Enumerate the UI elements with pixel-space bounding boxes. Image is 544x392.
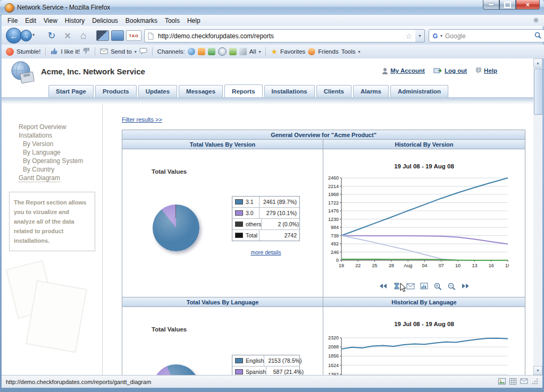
all-dropdown[interactable]: All: [249, 48, 256, 55]
mail-status-icon[interactable]: [520, 378, 528, 385]
titlebar[interactable]: Network Service - Mozilla Firefox ×: [0, 0, 544, 15]
tab-messages[interactable]: Messages: [179, 85, 223, 97]
money-channel-icon[interactable]: [229, 48, 237, 55]
menu-bar: File Edit View History Delicious Bookmar…: [2, 15, 544, 27]
url-input[interactable]: [157, 32, 405, 40]
sidebar-item-gantt-diagram[interactable]: Gantt Diagram: [19, 175, 60, 182]
favorites-button[interactable]: Favorites: [280, 48, 305, 55]
menu-help[interactable]: Help: [183, 16, 204, 25]
scroll-up-button[interactable]: ▲: [533, 58, 542, 67]
svg-text:1624: 1624: [328, 363, 339, 368]
menu-view[interactable]: View: [40, 16, 61, 25]
sidebar-item-by-operating-system[interactable]: By Operating System: [23, 158, 102, 165]
tab-alarms[interactable]: Alarms: [353, 85, 389, 97]
menu-history[interactable]: History: [61, 16, 88, 25]
friends-icon[interactable]: [308, 48, 315, 55]
speech-bubble-icon[interactable]: [139, 48, 147, 56]
tab-reports[interactable]: Reports: [224, 84, 262, 97]
tab-start-page[interactable]: Start Page: [48, 85, 94, 97]
sidebar-item-by-language[interactable]: By Language: [23, 149, 102, 156]
addon-thumbnail-icon-1[interactable]: [96, 30, 109, 41]
bar-chart-icon[interactable]: [420, 282, 429, 290]
close-button[interactable]: ×: [516, 0, 540, 10]
people-channel-icon[interactable]: [198, 48, 205, 55]
scrollbar-thumb[interactable]: [534, 69, 543, 115]
stumbleupon-toolbar: Stumble! I like it! Send to ▾ Channels: …: [2, 45, 544, 59]
help-link[interactable]: i Help: [475, 67, 497, 74]
menu-delicious[interactable]: Delicious: [88, 16, 122, 25]
paperclip-icon[interactable]: [239, 48, 247, 55]
addon-sparkle-icon[interactable]: [533, 16, 539, 25]
tools-dropdown-icon[interactable]: ▾: [358, 49, 361, 54]
favorites-star-icon[interactable]: ★: [271, 48, 278, 55]
url-dropdown-button[interactable]: ▾: [415, 29, 425, 42]
tab-administration[interactable]: Administration: [390, 85, 448, 97]
resize-grip[interactable]: [532, 378, 538, 386]
versions-pie-chart: [153, 204, 199, 251]
export-mail-icon[interactable]: [406, 282, 415, 290]
reload-icon[interactable]: ↻: [45, 29, 58, 42]
image-status-icon[interactable]: [498, 378, 506, 386]
tab-products[interactable]: Products: [95, 85, 137, 97]
tag-addon-icon[interactable]: TAG: [126, 30, 141, 41]
vertical-scrollbar[interactable]: ▲ ▼: [533, 58, 542, 375]
friends-button[interactable]: Friends: [318, 48, 338, 55]
rewind-icon[interactable]: [378, 282, 387, 290]
tab-clients[interactable]: Clients: [316, 85, 351, 97]
site-title: Acme, Inc. Network Service: [41, 67, 145, 76]
search-magnifier-icon[interactable]: [534, 31, 541, 41]
send-to-icon[interactable]: [100, 48, 108, 55]
svg-text:1856: 1856: [328, 353, 339, 359]
svg-text:19: 19: [505, 263, 509, 268]
zoom-out-icon[interactable]: [447, 282, 456, 290]
clock-channel-icon[interactable]: [218, 47, 227, 56]
send-to-dropdown-icon[interactable]: ▾: [135, 49, 137, 54]
globe-channel-icon[interactable]: [188, 48, 195, 55]
like-button[interactable]: I like it!: [61, 48, 80, 55]
photo-channel-icon[interactable]: [208, 48, 215, 55]
language-legend: English 2153 (78.5%) Spanish 587 (21.4%): [232, 355, 300, 375]
stop-icon[interactable]: ×: [61, 29, 74, 42]
legend-row: 3.0 279 (10.1%): [232, 207, 299, 218]
forward-button[interactable]: →: [20, 30, 32, 41]
minimize-button[interactable]: [483, 0, 499, 10]
my-account-link[interactable]: My Account: [382, 67, 425, 74]
sidebar-item-by-version[interactable]: By Version: [23, 141, 102, 148]
menu-tools[interactable]: Tools: [161, 16, 183, 25]
tools-dropdown[interactable]: Tools: [341, 48, 356, 55]
engine-dropdown-icon[interactable]: ▾: [440, 33, 442, 38]
home-icon[interactable]: ⌂: [77, 29, 90, 42]
all-dropdown-icon[interactable]: ▾: [258, 49, 261, 54]
search-input[interactable]: [444, 32, 533, 40]
logout-link[interactable]: Log out: [433, 67, 467, 74]
more-details-link[interactable]: more details: [232, 249, 300, 255]
menu-edit[interactable]: Edit: [21, 16, 40, 25]
sidebar-item-by-country[interactable]: By Country: [23, 166, 102, 173]
bookmark-star-icon[interactable]: ☆: [405, 32, 412, 40]
filter-results-link[interactable]: Filter results >>: [122, 116, 162, 123]
tab-installations[interactable]: Installations: [264, 85, 315, 97]
fast-forward-icon[interactable]: [461, 282, 470, 290]
menu-bookmarks[interactable]: Bookmarks: [122, 16, 161, 25]
toolbar-separator: [95, 47, 95, 56]
maximize-button[interactable]: [499, 0, 516, 10]
thumbs-up-icon[interactable]: [51, 47, 58, 56]
scroll-down-button[interactable]: ▼: [533, 366, 542, 375]
grid-status-icon[interactable]: [509, 378, 516, 386]
svg-text:10: 10: [455, 263, 461, 268]
zoom-in-icon[interactable]: [433, 282, 442, 290]
stumble-button[interactable]: Stumble!: [16, 48, 40, 55]
addon-thumbnail-icon-2[interactable]: [111, 30, 124, 41]
search-bar: G ▾: [429, 29, 544, 42]
sidebar-item-report-overview[interactable]: Report Overview: [19, 124, 102, 131]
thumbs-down-icon[interactable]: [82, 47, 90, 56]
history-dropdown-icon[interactable]: ▾: [32, 32, 35, 37]
back-button[interactable]: ←: [6, 28, 22, 44]
tab-updates[interactable]: Updates: [138, 85, 177, 97]
menu-file[interactable]: File: [4, 16, 21, 25]
sidebar-item-installations[interactable]: Installations: [19, 132, 102, 139]
report-info-box: The Report section allows you to vizuali…: [9, 192, 95, 251]
google-engine-icon[interactable]: G: [432, 32, 439, 40]
stumbleupon-icon[interactable]: [6, 48, 14, 56]
send-to-button[interactable]: Send to: [111, 48, 132, 55]
